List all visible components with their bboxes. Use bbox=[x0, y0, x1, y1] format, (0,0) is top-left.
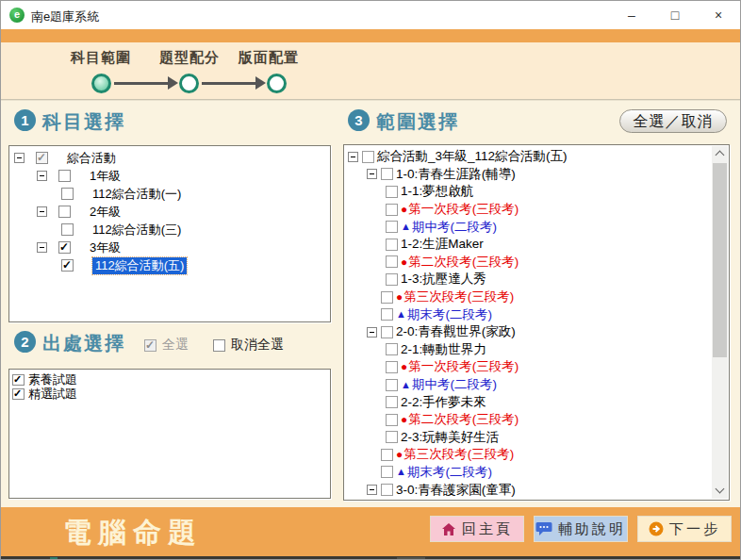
tree-item[interactable]: 3年級 bbox=[9, 239, 330, 256]
tree-item[interactable]: 綜合活動 bbox=[9, 149, 330, 167]
home-button-label: 回主頁 bbox=[462, 520, 513, 538]
select-all-toggle-button[interactable]: 全選／取消 bbox=[619, 109, 727, 133]
deselect-all-checkbox-group[interactable]: 取消全選 bbox=[213, 337, 284, 354]
checkbox[interactable] bbox=[386, 414, 398, 426]
list-item[interactable]: 精選試題 bbox=[12, 387, 330, 401]
tree-item[interactable]: 1年級 bbox=[9, 167, 330, 185]
range-tree-item[interactable]: ●第二次段考(三段考) bbox=[344, 411, 710, 429]
tree-item-label: 3-0:青春護家園(童軍) bbox=[396, 482, 516, 499]
collapse-toggle-icon[interactable] bbox=[14, 153, 25, 163]
checkbox[interactable] bbox=[386, 396, 398, 408]
range-tree-item[interactable]: 3-0:青春護家園(童軍) bbox=[344, 481, 710, 499]
checkbox[interactable] bbox=[386, 273, 398, 286]
scroll-up-icon[interactable] bbox=[712, 146, 728, 162]
range-tree-item[interactable]: ●第一次段考(三段考) bbox=[344, 201, 710, 219]
range-tree-item[interactable]: 2-3:玩轉美好生活 bbox=[344, 429, 710, 447]
checkbox[interactable] bbox=[386, 343, 398, 355]
range-tree-item[interactable]: 1-2:生涯Maker bbox=[344, 236, 710, 254]
tree-item-selected[interactable]: 112綜合活動(五) bbox=[9, 256, 330, 274]
vertical-scrollbar[interactable] bbox=[712, 146, 728, 499]
range-tree-item[interactable]: ●第二次段考(三段考) bbox=[344, 254, 710, 272]
step-circle-3[interactable] bbox=[267, 74, 287, 93]
checkbox[interactable] bbox=[362, 151, 374, 163]
select-all-checkbox-group[interactable]: 全選 bbox=[144, 337, 189, 354]
home-button[interactable]: 回主頁 bbox=[430, 516, 524, 542]
minimize-button[interactable]: – bbox=[610, 1, 653, 29]
range-tree-item[interactable]: ●第三次段考(三段考) bbox=[344, 288, 710, 306]
checkbox[interactable] bbox=[386, 431, 398, 443]
collapse-toggle-icon[interactable] bbox=[348, 152, 358, 162]
help-button[interactable]: 輔助說明 bbox=[534, 516, 628, 542]
range-tree-item[interactable]: ●第一次段考(三段考) bbox=[344, 358, 710, 376]
tree-item-label: 1-1:夢想啟航 bbox=[401, 183, 473, 200]
checkbox[interactable] bbox=[61, 259, 74, 272]
checkbox[interactable] bbox=[386, 379, 398, 391]
range-tree-item[interactable]: ▲期中考(二段考) bbox=[344, 376, 710, 394]
checkbox[interactable] bbox=[381, 168, 393, 180]
checkbox[interactable] bbox=[386, 204, 398, 216]
step-label-subject-range: 科目範圍 bbox=[71, 49, 131, 67]
deselect-all-checkbox[interactable] bbox=[213, 339, 225, 352]
checkbox[interactable] bbox=[386, 255, 398, 268]
checkbox[interactable] bbox=[61, 188, 74, 200]
next-step-button[interactable]: 下一步 bbox=[637, 516, 732, 542]
checkbox[interactable] bbox=[381, 449, 393, 461]
range-tree-item[interactable]: 1-1:夢想啟航 bbox=[344, 183, 710, 201]
checkbox[interactable] bbox=[381, 308, 393, 321]
checkbox[interactable] bbox=[12, 374, 25, 386]
tree-item-label: 1年級 bbox=[90, 168, 121, 185]
range-tree-item[interactable]: ▲期末考(二段考) bbox=[344, 464, 710, 482]
checkbox[interactable] bbox=[386, 186, 398, 198]
select-all-label: 全選 bbox=[162, 337, 189, 354]
collapse-toggle-icon[interactable] bbox=[367, 485, 377, 495]
range-tree-item[interactable]: 1-3:抗壓達人秀 bbox=[344, 271, 710, 288]
range-tree-item[interactable]: 2-2:手作夢未來 bbox=[344, 393, 710, 411]
checkbox[interactable] bbox=[381, 291, 393, 304]
tree-item-label: 期末考(二段考) bbox=[407, 306, 492, 323]
range-tree-item[interactable]: 2-1:轉動世界力 bbox=[344, 341, 710, 359]
checkbox[interactable] bbox=[58, 206, 71, 218]
collapse-toggle-icon[interactable] bbox=[37, 206, 47, 217]
section-number-1: 1 bbox=[14, 109, 36, 131]
checkbox[interactable] bbox=[381, 484, 393, 496]
tree-item[interactable]: 2年級 bbox=[9, 203, 330, 221]
checkbox[interactable] bbox=[386, 221, 398, 233]
checkbox[interactable] bbox=[381, 326, 393, 338]
tree-item-label: 第二次段考(三段考) bbox=[408, 411, 519, 428]
checkbox[interactable] bbox=[386, 239, 398, 251]
step-circle-2[interactable] bbox=[179, 74, 199, 93]
checkbox[interactable] bbox=[36, 152, 48, 164]
checkbox[interactable] bbox=[61, 223, 74, 236]
tree-item[interactable]: 112綜合活動(三) bbox=[9, 221, 330, 239]
checkbox[interactable] bbox=[58, 170, 71, 182]
step-circle-1[interactable] bbox=[91, 74, 111, 93]
checkbox[interactable] bbox=[381, 466, 393, 478]
checkbox[interactable] bbox=[386, 361, 398, 373]
range-tree-item[interactable]: ●第三次段考(三段考) bbox=[344, 446, 710, 464]
collapse-toggle-icon[interactable] bbox=[367, 327, 377, 338]
tree-item-label: 期中考(二段考) bbox=[412, 219, 497, 236]
collapse-toggle-icon[interactable] bbox=[367, 169, 377, 179]
app-window: e 南e題庫系統 – □ × 科目範圍 題型配分 版面配置 1 科目選擇 綜合活… bbox=[0, 0, 741, 560]
close-button[interactable]: × bbox=[697, 1, 740, 29]
step-label-layout: 版面配置 bbox=[239, 49, 299, 67]
exam-triangle-icon: ▲ bbox=[396, 467, 406, 477]
collapse-toggle-icon[interactable] bbox=[37, 242, 47, 253]
maximize-button[interactable]: □ bbox=[653, 1, 697, 29]
select-all-checkbox[interactable] bbox=[144, 339, 156, 352]
tree-item-label: 112綜合活動(一) bbox=[92, 186, 181, 203]
tree-item-label: 期中考(二段考) bbox=[412, 376, 497, 393]
range-tree-item[interactable]: ▲期末考(二段考) bbox=[344, 305, 710, 323]
step-arrow-icon bbox=[114, 82, 169, 85]
collapse-toggle-icon[interactable] bbox=[37, 171, 47, 181]
range-tree-item[interactable]: 2-0:青春觀世界(家政) bbox=[344, 323, 710, 341]
range-tree-item[interactable]: 綜合活動_3年級_112綜合活動(五) bbox=[344, 148, 710, 166]
range-tree-item[interactable]: ▲期中考(二段考) bbox=[344, 218, 710, 236]
checkbox[interactable] bbox=[12, 388, 25, 400]
scrollbar-thumb[interactable] bbox=[713, 163, 727, 357]
checkbox[interactable] bbox=[58, 241, 71, 254]
tree-item-label: 2-0:青春觀世界(家政) bbox=[396, 323, 516, 340]
scroll-down-icon[interactable] bbox=[712, 483, 728, 499]
tree-item[interactable]: 112綜合活動(一) bbox=[9, 185, 330, 203]
range-tree-item[interactable]: 1-0:青春生涯路(輔導) bbox=[344, 166, 710, 184]
